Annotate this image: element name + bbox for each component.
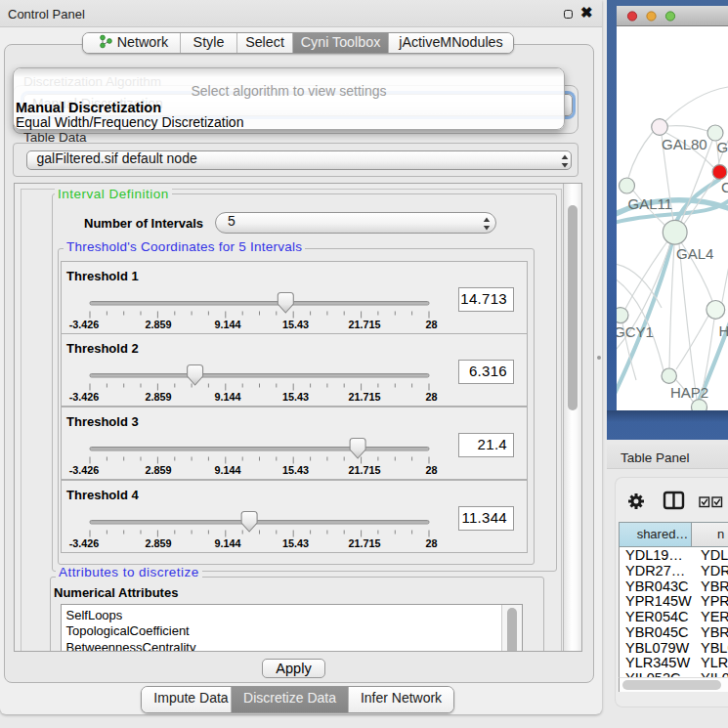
svg-text:-3.426: -3.426 [69, 537, 100, 549]
svg-text:GCY1: GCY1 [617, 323, 654, 340]
svg-text:-3.426: -3.426 [69, 464, 100, 476]
svg-text:28: 28 [425, 319, 437, 330]
svg-text:9.144: 9.144 [214, 391, 240, 403]
svg-text:GAL80: GAL80 [662, 136, 707, 152]
svg-text:15.43: 15.43 [282, 319, 309, 330]
svg-text:21.715: 21.715 [348, 391, 380, 403]
svg-text:21.715: 21.715 [348, 319, 380, 330]
svg-text:21.715: 21.715 [348, 464, 380, 476]
svg-text:28: 28 [425, 537, 437, 549]
svg-text:GA: GA [717, 139, 728, 155]
svg-text:2.859: 2.859 [145, 464, 171, 476]
svg-text:HAP2: HAP2 [670, 384, 708, 401]
svg-text:GAL4: GAL4 [676, 245, 713, 262]
svg-text:28: 28 [425, 464, 437, 476]
svg-text:HI: HI [719, 322, 728, 339]
svg-text:-3.426: -3.426 [69, 319, 100, 330]
svg-text:9.144: 9.144 [214, 537, 240, 549]
svg-text:2.859: 2.859 [145, 391, 171, 403]
svg-text:15.43: 15.43 [282, 464, 309, 476]
svg-text:21.715: 21.715 [348, 537, 380, 549]
svg-text:28: 28 [425, 391, 437, 403]
svg-text:GAL11: GAL11 [628, 195, 673, 212]
svg-text:15.43: 15.43 [282, 391, 309, 403]
svg-text:2.859: 2.859 [145, 537, 171, 549]
svg-text:-3.426: -3.426 [69, 391, 100, 403]
svg-text:2.859: 2.859 [145, 319, 171, 330]
svg-text:9.144: 9.144 [214, 464, 240, 476]
svg-text:15.43: 15.43 [282, 537, 309, 549]
svg-text:C: C [721, 179, 728, 195]
svg-text:9.144: 9.144 [214, 319, 240, 330]
